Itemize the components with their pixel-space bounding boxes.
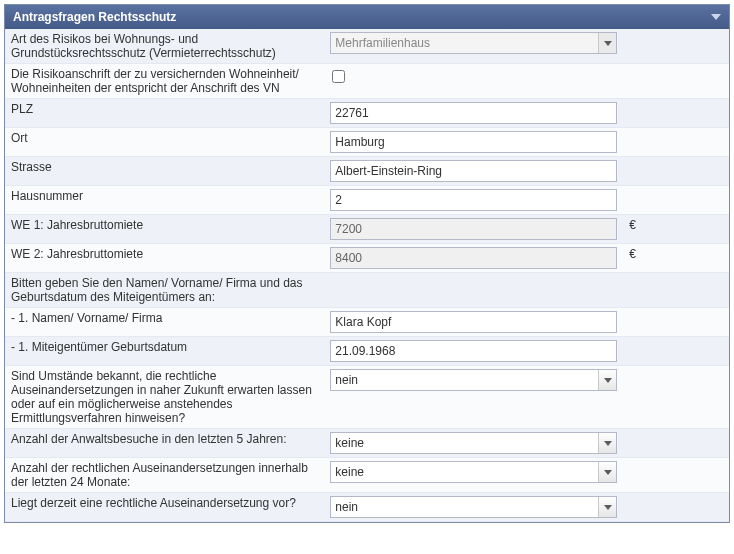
dropdown-trigger-icon[interactable] (598, 370, 616, 390)
dropdown-trigger-icon[interactable] (598, 462, 616, 482)
label-risk-address: Die Risikoanschrift der zu versichernden… (5, 64, 324, 99)
circumstances-input[interactable] (330, 369, 617, 391)
label-risk-type: Art des Risikos bei Wohnungs- und Grunds… (5, 29, 324, 64)
form-table: Art des Risikos bei Wohnungs- und Grunds… (5, 29, 729, 522)
risk-type-input[interactable] (330, 32, 617, 54)
label-coowner-name: - 1. Namen/ Vorname/ Firma (5, 308, 324, 337)
panel-antragsfragen: Antragsfragen Rechtsschutz Art des Risik… (4, 4, 730, 523)
circumstances-select[interactable] (330, 369, 617, 391)
dropdown-trigger-icon[interactable] (598, 33, 616, 53)
label-circumstances: Sind Umstände bekannt, die rechtliche Au… (5, 366, 324, 429)
label-coowner-intro: Bitten geben Sie den Namen/ Vorname/ Fir… (5, 273, 324, 308)
coowner-dob-input[interactable] (330, 340, 617, 362)
label-ort: Ort (5, 128, 324, 157)
chevron-down-icon[interactable] (711, 14, 721, 20)
disputes-24m-input[interactable] (330, 461, 617, 483)
panel-header[interactable]: Antragsfragen Rechtsschutz (5, 5, 729, 29)
we1-rent-input[interactable] (330, 218, 617, 240)
label-current-dispute: Liegt derzeit eine rechtliche Auseinande… (5, 493, 324, 522)
label-coowner-dob: - 1. Miteigentümer Geburtsdatum (5, 337, 324, 366)
current-dispute-input[interactable] (330, 496, 617, 518)
label-plz: PLZ (5, 99, 324, 128)
label-we2-rent: WE 2: Jahresbruttomiete (5, 244, 324, 273)
risk-type-select[interactable] (330, 32, 617, 54)
current-dispute-select[interactable] (330, 496, 617, 518)
disputes-24m-select[interactable] (330, 461, 617, 483)
risk-address-checkbox[interactable] (332, 70, 345, 83)
label-lawyer-visits: Anzahl der Anwaltsbesuche in den letzten… (5, 429, 324, 458)
dropdown-trigger-icon[interactable] (598, 433, 616, 453)
label-we1-rent: WE 1: Jahresbruttomiete (5, 215, 324, 244)
label-hausnummer: Hausnummer (5, 186, 324, 215)
lawyer-visits-input[interactable] (330, 432, 617, 454)
currency-suffix: € (623, 244, 649, 273)
panel-title: Antragsfragen Rechtsschutz (13, 10, 176, 24)
strasse-input[interactable] (330, 160, 617, 182)
extra-cell (689, 29, 729, 64)
label-strasse: Strasse (5, 157, 324, 186)
coowner-name-input[interactable] (330, 311, 617, 333)
extra-cell (649, 29, 689, 64)
lawyer-visits-select[interactable] (330, 432, 617, 454)
dropdown-trigger-icon[interactable] (598, 497, 616, 517)
ort-input[interactable] (330, 131, 617, 153)
we2-rent-input[interactable] (330, 247, 617, 269)
suffix-empty (623, 29, 649, 64)
hausnummer-input[interactable] (330, 189, 617, 211)
label-disputes-24m: Anzahl der rechtlichen Auseinandersetzun… (5, 458, 324, 493)
plz-input[interactable] (330, 102, 617, 124)
currency-suffix: € (623, 215, 649, 244)
